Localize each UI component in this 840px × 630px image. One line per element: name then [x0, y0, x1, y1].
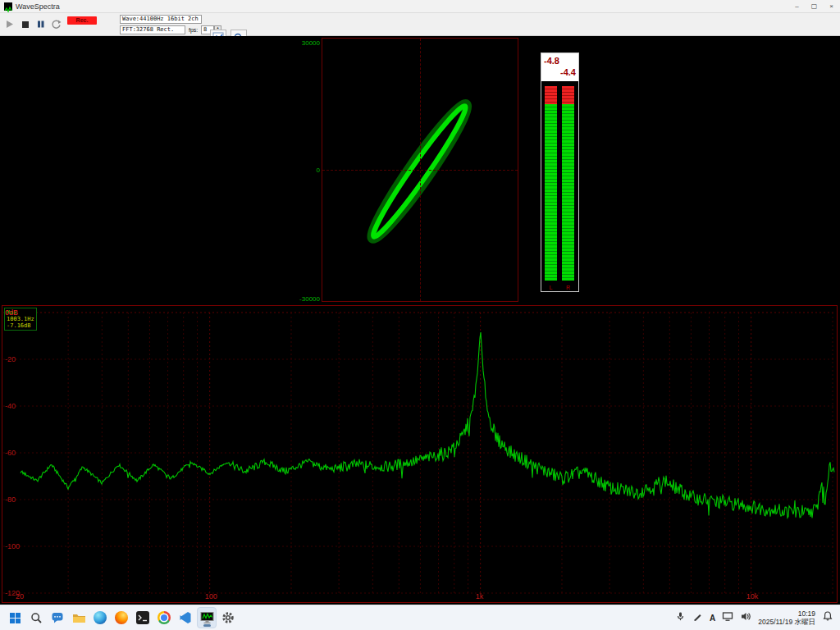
lissajous-tick-max: 30000 — [285, 39, 320, 47]
lissajous-tick-zero: 0 — [285, 167, 320, 174]
terminal-icon — [136, 611, 149, 624]
left-meter-green-zone — [545, 104, 557, 281]
rec-indicator: Rec. — [67, 16, 97, 25]
spectrum-y-tick: -60 — [5, 449, 16, 457]
taskbar-settings-button[interactable] — [218, 607, 238, 628]
firefox-icon — [115, 611, 128, 624]
taskbar-apps — [5, 607, 238, 628]
spectrum-y-tick: -100 — [5, 542, 20, 550]
taskbar-chrome-button[interactable] — [154, 607, 174, 628]
fps-label: fps: — [189, 27, 198, 33]
microphone-icon[interactable] — [675, 610, 686, 625]
minimize-button[interactable]: – — [788, 0, 806, 12]
repeat-button[interactable] — [49, 17, 63, 31]
vscode-icon — [179, 611, 192, 624]
wavespectra-app-icon — [200, 611, 214, 624]
left-level-value: -4.8 — [544, 55, 576, 66]
edge-icon — [94, 611, 107, 624]
peak-frequency-value: 1003.1Hz — [7, 316, 34, 322]
gear-icon — [221, 611, 235, 624]
spectrum-x-tick: 10k — [746, 592, 759, 600]
taskbar-search-button[interactable] — [26, 607, 46, 628]
chat-icon — [51, 611, 64, 624]
wave-format-field[interactable]: Wave:44100Hz 16bit 2ch — [120, 15, 202, 24]
spectrum-plot — [2, 306, 837, 602]
pause-button[interactable] — [34, 17, 48, 31]
taskbar-vscode-button[interactable] — [176, 607, 195, 628]
close-button[interactable]: × — [823, 0, 840, 12]
toolbar: Rec. Wave:44100Hz 16bit 2ch FFT:32768 Re… — [0, 13, 840, 36]
level-meter-panel: -4.8 -4.4 L R — [541, 52, 579, 292]
fft-settings-field[interactable]: FFT:32768 Rect. — [120, 25, 185, 34]
notification-bell-icon[interactable] — [822, 610, 833, 625]
peak-level-value: -7.16dB — [7, 322, 34, 329]
spectrum-panel: Max 1003.1Hz -7.16dB 0dB-20-40-60-80-100… — [2, 305, 838, 603]
app-icon — [4, 2, 12, 11]
level-meter-bars — [541, 86, 578, 281]
taskbar-firefox-button[interactable] — [112, 607, 131, 628]
taskbar-terminal-button[interactable] — [133, 607, 153, 628]
network-icon[interactable] — [722, 610, 733, 625]
spectrum-y-tick: -20 — [5, 355, 16, 363]
spectrum-y-tick: -80 — [5, 495, 16, 504]
window-title: WaveSpectra — [16, 2, 60, 11]
right-level-value: -4.4 — [544, 66, 576, 78]
chrome-icon — [158, 611, 171, 624]
main-display-area: 30000 0 -30000 -4.8 -4.4 L R Max 1003 — [0, 36, 840, 605]
level-readout: -4.8 -4.4 — [541, 53, 578, 81]
clock-time: 10:19 — [758, 609, 815, 618]
taskbar: A 10:19 2025/11/19 水曜日 — [0, 605, 840, 630]
window-controls: – ▢ × — [788, 0, 840, 12]
lissajous-display — [322, 38, 518, 302]
ime-mode-indicator[interactable]: A — [710, 614, 715, 623]
left-meter-bar — [545, 86, 557, 281]
start-button[interactable] — [5, 607, 25, 628]
taskbar-explorer-button[interactable] — [69, 607, 89, 628]
right-channel-label: R — [562, 285, 574, 290]
lissajous-vertical-axis — [420, 39, 421, 301]
taskbar-chat-button[interactable] — [48, 607, 67, 628]
right-meter-red-zone — [562, 86, 574, 104]
left-channel-label: L — [545, 285, 557, 290]
maximize-button[interactable]: ▢ — [806, 0, 823, 12]
spectrum-x-tick: 100 — [205, 592, 217, 600]
title-bar[interactable]: WaveSpectra – ▢ × — [0, 0, 840, 13]
stop-button[interactable] — [18, 17, 32, 31]
spectrum-x-tick: 20 — [16, 592, 24, 600]
folder-icon — [72, 612, 86, 624]
play-button[interactable] — [2, 17, 16, 31]
spectrum-trace — [21, 332, 834, 518]
windows-logo-icon — [9, 612, 21, 624]
right-meter-bar — [562, 86, 574, 281]
left-meter-red-zone — [545, 86, 557, 104]
lissajous-tick-min: -30000 — [285, 295, 320, 303]
transport-controls — [2, 17, 63, 31]
spectrum-y-tick: -40 — [5, 402, 16, 410]
taskbar-clock[interactable]: 10:19 2025/11/19 水曜日 — [758, 609, 815, 626]
taskbar-edge-button[interactable] — [90, 607, 110, 628]
system-tray: A 10:19 2025/11/19 水曜日 — [675, 609, 833, 626]
spectrum-y-tick: 0dB — [5, 308, 18, 317]
spectrum-x-tick: 1k — [476, 592, 484, 600]
search-icon — [30, 612, 43, 624]
clock-date: 2025/11/19 水曜日 — [758, 618, 815, 626]
taskbar-wavespectra-button[interactable] — [197, 607, 217, 628]
right-meter-green-zone — [562, 104, 574, 281]
pen-icon[interactable] — [692, 610, 703, 625]
volume-icon[interactable] — [740, 610, 751, 625]
